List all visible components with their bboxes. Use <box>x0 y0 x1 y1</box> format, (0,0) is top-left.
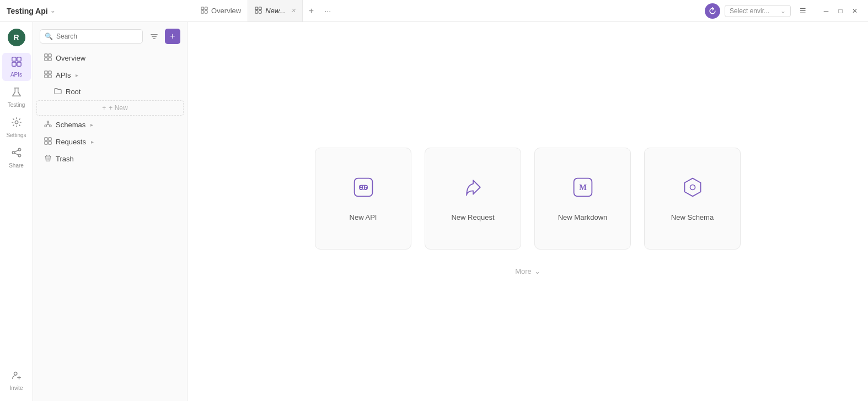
filter-button[interactable] <box>146 29 162 44</box>
sidebar-new-label: + New <box>109 104 127 112</box>
sidebar-schemas-label: Schemas <box>56 121 85 129</box>
svg-rect-0 <box>201 7 204 9</box>
sidebar: 🔍 + Overview <box>33 22 187 401</box>
more-button[interactable]: More ⌄ <box>515 267 540 275</box>
user-avatar[interactable]: R <box>8 29 25 46</box>
schemas-icon <box>44 120 52 129</box>
new-api-label: New API <box>350 213 377 221</box>
nav-icons: R APIs Testing <box>0 22 33 401</box>
svg-rect-20 <box>49 58 51 61</box>
sidebar-trash-label: Trash <box>56 155 74 163</box>
overview-icon <box>44 53 52 63</box>
env-select-text: Select envir... <box>730 7 769 15</box>
app-title[interactable]: Testing Api ⌄ <box>7 7 55 15</box>
app-title-text: Testing Api <box>7 7 48 15</box>
trash-icon <box>44 154 52 164</box>
more-chevron-icon: ⌄ <box>534 267 540 275</box>
sidebar-item-trash[interactable]: Trash <box>36 151 184 167</box>
svg-rect-5 <box>259 7 262 9</box>
tab-more-button[interactable]: ··· <box>319 0 336 21</box>
sidebar-item-requests[interactable]: Requests ▸ <box>36 134 184 150</box>
nav-item-apis[interactable]: APIs <box>2 53 31 81</box>
nav-item-testing[interactable]: Testing <box>2 83 31 111</box>
tab-overview-icon <box>201 7 208 15</box>
cards-row: 96 New API New Request <box>315 148 741 250</box>
tab-add-button[interactable]: + <box>303 0 319 21</box>
app-title-chevron: ⌄ <box>50 7 55 14</box>
invite-icon <box>11 370 22 383</box>
svg-rect-10 <box>12 62 15 66</box>
svg-rect-4 <box>255 7 258 9</box>
svg-rect-11 <box>17 62 20 66</box>
nav-item-testing-label: Testing <box>8 102 25 108</box>
env-select[interactable]: Select envir... ⌄ <box>725 5 791 17</box>
new-markdown-icon: M <box>572 176 594 203</box>
apis-sidebar-icon <box>44 71 52 80</box>
sidebar-apis-label: APIs <box>56 71 71 79</box>
hamburger-button[interactable]: ☰ <box>795 3 811 19</box>
requests-arrow-icon: ▸ <box>91 139 94 145</box>
new-markdown-label: New Markdown <box>558 213 608 221</box>
tab-new[interactable]: New... ✕ <box>248 0 303 21</box>
add-button[interactable]: + <box>165 29 180 44</box>
svg-point-12 <box>15 121 18 123</box>
nav-item-settings-label: Settings <box>6 132 26 138</box>
nav-item-share[interactable]: Share <box>2 144 31 172</box>
nav-bottom: Invite <box>2 366 31 401</box>
nav-item-invite[interactable]: Invite <box>2 366 31 394</box>
svg-point-14 <box>12 151 15 154</box>
sidebar-requests-label: Requests <box>56 138 86 146</box>
new-icon: + <box>102 104 106 112</box>
sidebar-item-schemas[interactable]: Schemas ▸ <box>36 117 184 133</box>
titlebar-right: Select envir... ⌄ ☰ ─ □ ✕ <box>705 3 861 19</box>
svg-rect-19 <box>45 58 47 61</box>
tab-new-label: New... <box>265 7 285 15</box>
search-input[interactable] <box>56 32 138 40</box>
nav-item-settings[interactable]: Settings <box>2 113 31 142</box>
content-area: 96 New API New Request <box>187 22 868 401</box>
tab-overview[interactable]: Overview <box>194 0 248 21</box>
tab-new-icon <box>255 7 262 15</box>
tabs-area: Overview New... ✕ + ··· <box>194 0 705 21</box>
minimize-button[interactable]: ─ <box>819 4 833 18</box>
nav-item-share-label: Share <box>9 162 24 169</box>
svg-rect-23 <box>45 75 47 78</box>
folder-icon <box>54 87 62 96</box>
main-layout: R APIs Testing <box>0 22 868 401</box>
svg-point-13 <box>18 148 21 151</box>
new-api-card[interactable]: 96 New API <box>315 148 411 250</box>
new-request-label: New Request <box>451 213 494 221</box>
sync-button[interactable] <box>705 3 720 19</box>
maximize-button[interactable]: □ <box>834 4 847 18</box>
sidebar-search[interactable]: 🔍 <box>40 29 143 44</box>
window-controls: ─ □ ✕ <box>819 4 861 18</box>
tab-new-close[interactable]: ✕ <box>291 7 296 14</box>
svg-rect-8 <box>12 57 15 61</box>
sidebar-new-button[interactable]: + + New <box>36 100 184 116</box>
new-api-icon: 96 <box>352 176 374 203</box>
svg-rect-22 <box>49 71 51 74</box>
svg-rect-21 <box>45 71 47 74</box>
apis-arrow-icon: ▸ <box>76 72 78 78</box>
new-markdown-card[interactable]: M New Markdown <box>534 148 631 250</box>
sidebar-item-root[interactable]: Root <box>36 84 184 99</box>
nav-item-apis-label: APIs <box>10 72 22 78</box>
sidebar-item-overview[interactable]: Overview <box>36 50 184 66</box>
close-button[interactable]: ✕ <box>848 4 861 18</box>
share-icon <box>11 147 22 161</box>
nav-item-invite-label: Invite <box>10 385 23 391</box>
svg-rect-18 <box>49 54 51 57</box>
svg-rect-17 <box>45 54 47 57</box>
new-schema-icon <box>682 176 704 203</box>
svg-rect-30 <box>45 142 47 144</box>
sidebar-item-apis[interactable]: APIs ▸ <box>36 67 184 83</box>
new-schema-card[interactable]: New Schema <box>644 148 741 250</box>
requests-icon <box>44 137 52 147</box>
svg-rect-29 <box>49 138 51 140</box>
new-request-icon <box>462 176 484 203</box>
svg-rect-3 <box>205 10 207 13</box>
new-request-card[interactable]: New Request <box>425 148 521 250</box>
sidebar-root-label: Root <box>66 88 81 96</box>
env-select-chevron: ⌄ <box>780 7 786 15</box>
search-icon: 🔍 <box>45 32 53 40</box>
